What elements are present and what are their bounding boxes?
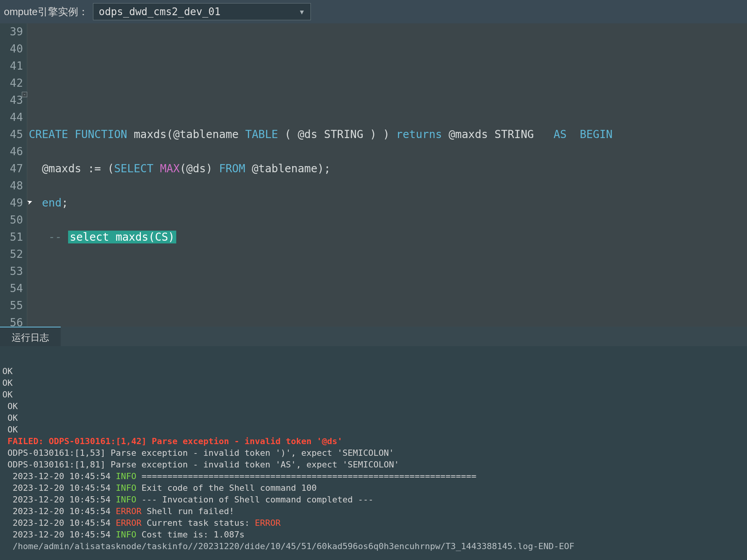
engine-label: ompute引擎实例： (4, 5, 88, 19)
code-content[interactable]: - CREATE FUNCTION maxds(@tablename TABLE… (27, 23, 747, 327)
topbar: ompute引擎实例： odps_dwd_cms2_dev_01 ▾ (0, 0, 747, 23)
selected-text: select maxds(CS) (68, 231, 176, 243)
engine-instance-select[interactable]: odps_dwd_cms2_dev_01 ▾ (93, 3, 311, 20)
engine-instance-value: odps_dwd_cms2_dev_01 (99, 6, 221, 18)
code-editor[interactable]: 394041424344454647484950515253545556 - C… (0, 23, 747, 327)
line-number-gutter: 394041424344454647484950515253545556 (0, 23, 27, 327)
bottom-panel-tabs: 运行日志 (0, 327, 747, 346)
log-failed-line: FAILED: ODPS-0130161:[1,42] Parse except… (7, 436, 342, 446)
chevron-down-icon: ▾ (299, 6, 305, 18)
fold-minus-icon[interactable]: - (22, 92, 27, 97)
run-log-output[interactable]: OK OK OK OK OK OK FAILED: ODPS-0130161:[… (0, 346, 747, 560)
